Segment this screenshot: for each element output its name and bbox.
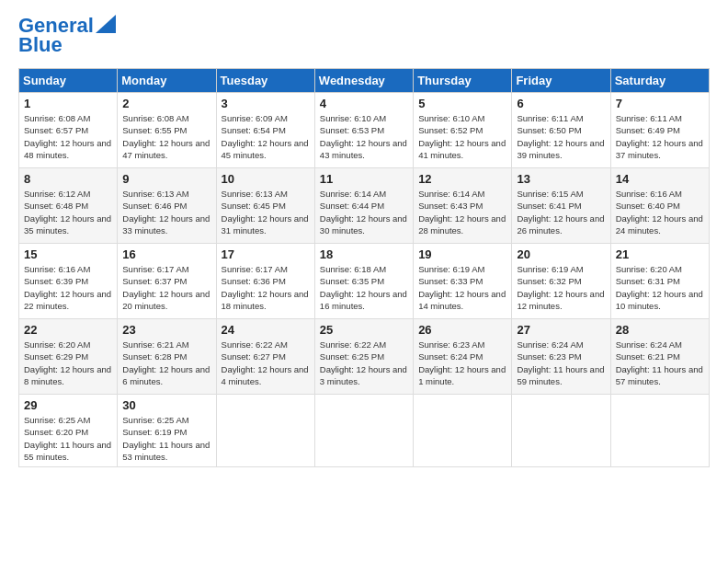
calendar-cell: 11Sunrise: 6:14 AMSunset: 6:44 PMDayligh… bbox=[314, 168, 413, 244]
calendar-cell: 12Sunrise: 6:14 AMSunset: 6:43 PMDayligh… bbox=[414, 168, 512, 244]
calendar-cell bbox=[216, 395, 314, 467]
day-number: 3 bbox=[222, 97, 310, 110]
calendar-cell: 18Sunrise: 6:18 AMSunset: 6:35 PMDayligh… bbox=[314, 244, 413, 319]
day-number: 19 bbox=[418, 247, 506, 261]
day-number: 20 bbox=[517, 247, 605, 261]
calendar-cell: 15Sunrise: 6:16 AMSunset: 6:39 PMDayligh… bbox=[19, 244, 118, 319]
calendar-cell bbox=[512, 395, 610, 467]
calendar-cell: 8Sunrise: 6:12 AMSunset: 6:48 PMDaylight… bbox=[19, 168, 118, 244]
col-tuesday: Tuesday bbox=[216, 69, 314, 93]
day-info: Sunrise: 6:24 AMSunset: 6:23 PMDaylight:… bbox=[517, 339, 605, 387]
day-number: 2 bbox=[122, 97, 210, 110]
day-number: 11 bbox=[320, 172, 408, 186]
day-info: Sunrise: 6:17 AMSunset: 6:36 PMDaylight:… bbox=[222, 263, 310, 312]
day-number: 22 bbox=[24, 323, 112, 337]
calendar-header-row: Sunday Monday Tuesday Wednesday Thursday… bbox=[19, 69, 710, 93]
calendar-cell: 9Sunrise: 6:13 AMSunset: 6:46 PMDaylight… bbox=[118, 168, 216, 244]
calendar-cell: 19Sunrise: 6:19 AMSunset: 6:33 PMDayligh… bbox=[414, 244, 512, 319]
day-info: Sunrise: 6:14 AMSunset: 6:44 PMDaylight:… bbox=[320, 188, 408, 236]
day-number: 9 bbox=[122, 172, 210, 186]
calendar-cell: 24Sunrise: 6:22 AMSunset: 6:27 PMDayligh… bbox=[216, 319, 314, 395]
calendar-week-row: 15Sunrise: 6:16 AMSunset: 6:39 PMDayligh… bbox=[19, 244, 710, 319]
day-info: Sunrise: 6:21 AMSunset: 6:28 PMDaylight:… bbox=[122, 339, 210, 387]
day-info: Sunrise: 6:11 AMSunset: 6:49 PMDaylight:… bbox=[616, 112, 704, 161]
day-info: Sunrise: 6:16 AMSunset: 6:40 PMDaylight:… bbox=[616, 188, 704, 236]
day-number: 18 bbox=[320, 247, 408, 261]
day-number: 24 bbox=[222, 323, 310, 337]
calendar-cell: 17Sunrise: 6:17 AMSunset: 6:36 PMDayligh… bbox=[216, 244, 314, 319]
day-info: Sunrise: 6:22 AMSunset: 6:25 PMDaylight:… bbox=[320, 339, 408, 387]
calendar-table: Sunday Monday Tuesday Wednesday Thursday… bbox=[18, 68, 710, 467]
day-info: Sunrise: 6:18 AMSunset: 6:35 PMDaylight:… bbox=[320, 263, 408, 312]
calendar-cell: 1Sunrise: 6:08 AMSunset: 6:57 PMDaylight… bbox=[19, 93, 118, 168]
day-info: Sunrise: 6:23 AMSunset: 6:24 PMDaylight:… bbox=[418, 339, 506, 387]
day-info: Sunrise: 6:13 AMSunset: 6:45 PMDaylight:… bbox=[222, 188, 310, 236]
day-info: Sunrise: 6:24 AMSunset: 6:21 PMDaylight:… bbox=[616, 339, 704, 387]
calendar-cell: 5Sunrise: 6:10 AMSunset: 6:52 PMDaylight… bbox=[414, 93, 512, 168]
col-thursday: Thursday bbox=[414, 69, 512, 93]
day-info: Sunrise: 6:20 AMSunset: 6:29 PMDaylight:… bbox=[24, 339, 112, 387]
calendar-cell: 4Sunrise: 6:10 AMSunset: 6:53 PMDaylight… bbox=[314, 93, 413, 168]
calendar-cell bbox=[610, 395, 709, 467]
page-container: General Blue Sunday Monday Tuesday Wedne… bbox=[0, 0, 728, 477]
day-number: 15 bbox=[24, 247, 112, 261]
calendar-cell: 21Sunrise: 6:20 AMSunset: 6:31 PMDayligh… bbox=[610, 244, 709, 319]
calendar-cell: 29Sunrise: 6:25 AMSunset: 6:20 PMDayligh… bbox=[19, 395, 118, 467]
calendar-week-row: 22Sunrise: 6:20 AMSunset: 6:29 PMDayligh… bbox=[19, 319, 710, 395]
day-info: Sunrise: 6:08 AMSunset: 6:55 PMDaylight:… bbox=[122, 112, 210, 161]
calendar-cell bbox=[314, 395, 413, 467]
day-number: 10 bbox=[222, 172, 310, 186]
day-number: 4 bbox=[320, 97, 408, 110]
svg-marker-0 bbox=[96, 15, 116, 33]
day-info: Sunrise: 6:13 AMSunset: 6:46 PMDaylight:… bbox=[122, 188, 210, 236]
logo: General Blue bbox=[18, 15, 116, 57]
col-saturday: Saturday bbox=[610, 69, 709, 93]
calendar-cell: 3Sunrise: 6:09 AMSunset: 6:54 PMDaylight… bbox=[216, 93, 314, 168]
day-number: 23 bbox=[122, 323, 210, 337]
day-info: Sunrise: 6:08 AMSunset: 6:57 PMDaylight:… bbox=[24, 112, 112, 161]
calendar-cell: 28Sunrise: 6:24 AMSunset: 6:21 PMDayligh… bbox=[610, 319, 709, 395]
day-number: 17 bbox=[222, 247, 310, 261]
day-info: Sunrise: 6:20 AMSunset: 6:31 PMDaylight:… bbox=[616, 263, 704, 312]
header: General Blue bbox=[18, 15, 710, 57]
calendar-cell: 26Sunrise: 6:23 AMSunset: 6:24 PMDayligh… bbox=[414, 319, 512, 395]
day-number: 21 bbox=[616, 247, 704, 261]
calendar-cell: 27Sunrise: 6:24 AMSunset: 6:23 PMDayligh… bbox=[512, 319, 610, 395]
day-number: 16 bbox=[122, 247, 210, 261]
day-info: Sunrise: 6:25 AMSunset: 6:19 PMDaylight:… bbox=[122, 414, 210, 463]
col-friday: Friday bbox=[512, 69, 610, 93]
day-number: 5 bbox=[418, 97, 506, 110]
logo-blue: Blue bbox=[18, 33, 63, 57]
col-monday: Monday bbox=[118, 69, 216, 93]
calendar-week-row: 1Sunrise: 6:08 AMSunset: 6:57 PMDaylight… bbox=[19, 93, 710, 168]
calendar-cell: 16Sunrise: 6:17 AMSunset: 6:37 PMDayligh… bbox=[118, 244, 216, 319]
day-number: 12 bbox=[418, 172, 506, 186]
calendar-cell: 25Sunrise: 6:22 AMSunset: 6:25 PMDayligh… bbox=[314, 319, 413, 395]
calendar-cell: 2Sunrise: 6:08 AMSunset: 6:55 PMDaylight… bbox=[118, 93, 216, 168]
col-wednesday: Wednesday bbox=[314, 69, 413, 93]
calendar-week-row: 8Sunrise: 6:12 AMSunset: 6:48 PMDaylight… bbox=[19, 168, 710, 244]
day-info: Sunrise: 6:14 AMSunset: 6:43 PMDaylight:… bbox=[418, 188, 506, 236]
day-number: 7 bbox=[616, 97, 704, 110]
day-number: 25 bbox=[320, 323, 408, 337]
day-number: 6 bbox=[517, 97, 605, 110]
day-info: Sunrise: 6:09 AMSunset: 6:54 PMDaylight:… bbox=[222, 112, 310, 161]
day-number: 28 bbox=[616, 323, 704, 337]
day-info: Sunrise: 6:25 AMSunset: 6:20 PMDaylight:… bbox=[24, 414, 112, 463]
day-number: 14 bbox=[616, 172, 704, 186]
calendar-cell: 13Sunrise: 6:15 AMSunset: 6:41 PMDayligh… bbox=[512, 168, 610, 244]
logo-wing-icon bbox=[96, 15, 116, 33]
col-sunday: Sunday bbox=[19, 69, 118, 93]
calendar-cell: 20Sunrise: 6:19 AMSunset: 6:32 PMDayligh… bbox=[512, 244, 610, 319]
calendar-cell: 23Sunrise: 6:21 AMSunset: 6:28 PMDayligh… bbox=[118, 319, 216, 395]
day-number: 30 bbox=[122, 398, 210, 412]
day-info: Sunrise: 6:19 AMSunset: 6:33 PMDaylight:… bbox=[418, 263, 506, 312]
day-number: 27 bbox=[517, 323, 605, 337]
day-number: 13 bbox=[517, 172, 605, 186]
day-info: Sunrise: 6:11 AMSunset: 6:50 PMDaylight:… bbox=[517, 112, 605, 161]
day-info: Sunrise: 6:17 AMSunset: 6:37 PMDaylight:… bbox=[122, 263, 210, 312]
day-number: 29 bbox=[24, 398, 112, 412]
day-info: Sunrise: 6:15 AMSunset: 6:41 PMDaylight:… bbox=[517, 188, 605, 236]
day-info: Sunrise: 6:10 AMSunset: 6:53 PMDaylight:… bbox=[320, 112, 408, 161]
calendar-cell: 6Sunrise: 6:11 AMSunset: 6:50 PMDaylight… bbox=[512, 93, 610, 168]
